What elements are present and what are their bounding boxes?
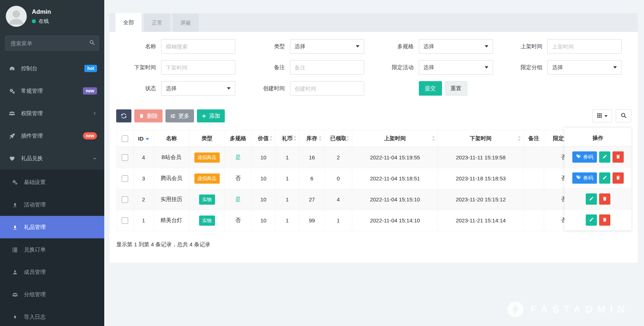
limited-group-select[interactable]: 选择 — [547, 60, 622, 75]
user-info: Admin 在线 — [32, 8, 51, 25]
header-label: 类型 — [202, 135, 212, 141]
coupon-button[interactable]: 券码 — [572, 172, 597, 184]
header-id[interactable]: ID — [134, 130, 154, 147]
select-all-checkbox[interactable] — [122, 135, 128, 142]
caret-down-icon — [485, 45, 488, 47]
user-icon — [11, 269, 19, 275]
row-checkbox[interactable] — [122, 196, 128, 203]
trash-icon — [616, 154, 620, 160]
delete-row-button[interactable] — [613, 151, 624, 163]
header-on-time[interactable]: 上架时间 — [352, 130, 438, 147]
pencil-icon — [589, 217, 594, 223]
delete-row-button[interactable] — [599, 193, 610, 205]
more-button[interactable]: 更多 — [165, 109, 194, 122]
coupon-button[interactable]: 券码 — [572, 151, 597, 163]
header-off-time[interactable]: 下架时间 — [438, 130, 524, 147]
filter-remark: 备注 — [245, 60, 374, 75]
header-label: 多规格 — [230, 135, 246, 141]
delete-button[interactable]: 删除 — [134, 109, 163, 122]
header-stock[interactable]: 库存 — [299, 130, 325, 147]
remark-cell — [524, 210, 544, 231]
row-checkbox[interactable] — [122, 217, 128, 224]
type-badge: 实物 — [199, 216, 215, 226]
filter-label: 下架时间 — [116, 64, 156, 71]
limited-activity-select[interactable]: 选择 — [419, 60, 493, 75]
columns-button[interactable] — [592, 109, 612, 122]
stock-cell: 6 — [299, 168, 325, 189]
header-coin[interactable]: 礼币 — [275, 130, 299, 147]
sidebar-item-gift-manage[interactable]: 礼品管理 — [0, 216, 104, 238]
panel-body: 名称 类型 选择 多规格 选择 上架时间 — [110, 32, 638, 263]
status-select[interactable]: 选择 — [161, 81, 235, 96]
caret-down-icon — [356, 45, 359, 47]
sidebar-item-exchange-orders[interactable]: 兑换订单 — [0, 238, 104, 261]
refresh-button[interactable] — [116, 109, 131, 122]
type-select[interactable]: 选择 — [290, 39, 364, 54]
delete-row-button[interactable] — [613, 172, 624, 184]
row-checkbox[interactable] — [122, 175, 128, 182]
tags-icon — [576, 154, 581, 160]
edit-button[interactable] — [599, 172, 610, 184]
multi-cell: 否 — [225, 210, 252, 231]
sidebar-item-label: 权限管理 — [21, 110, 93, 117]
sliders-icon — [170, 113, 176, 119]
tab-normal[interactable]: 正常 — [144, 14, 170, 32]
delete-row-button[interactable] — [599, 214, 610, 226]
sidebar-item-label: 常规管理 — [21, 88, 83, 95]
filter-empty-cell — [502, 81, 631, 96]
checkbox-cell — [117, 168, 134, 189]
sidebar-item-gift[interactable]: 礼品兑换 — [0, 147, 104, 170]
select-value: 选择 — [552, 64, 563, 71]
id-cell: 3 — [134, 168, 154, 189]
header-label: ID — [138, 135, 144, 142]
sidebar-item-import-log[interactable]: 导入日志 — [0, 306, 104, 326]
edit-button[interactable] — [586, 193, 597, 205]
reset-button[interactable]: 重置 — [445, 81, 467, 96]
header-label: 名称 — [166, 135, 177, 141]
sidebar-item-addon[interactable]: 插件管理 new — [0, 125, 104, 147]
multispec-select[interactable]: 选择 — [419, 39, 493, 54]
sidebar-item-label: 分组管理 — [24, 291, 97, 298]
remark-cell — [524, 168, 544, 189]
tab-all[interactable]: 全部 — [115, 13, 142, 32]
header-value[interactable]: 价值 — [252, 130, 275, 147]
header-label: 已领取 — [330, 135, 346, 141]
sidebar-item-base-config[interactable]: 基础设置 — [0, 171, 104, 193]
checkbox-cell — [117, 189, 134, 210]
row-checkbox[interactable] — [122, 154, 128, 161]
add-button[interactable]: 添加 — [197, 109, 225, 122]
avatar[interactable] — [6, 6, 27, 27]
off-time-cell: 2023-11-11 15:19:58 — [438, 147, 524, 168]
on-time-input[interactable] — [547, 39, 622, 54]
filter-label: 多规格 — [374, 43, 414, 50]
type-badge: 虚拟商品 — [194, 174, 220, 184]
user-status-label: 在线 — [39, 18, 49, 25]
on-time-cell: 2022-11-04 15:14:10 — [352, 210, 438, 231]
sidebar-item-dashboard[interactable]: 控制台 hot — [0, 57, 104, 80]
sidebar-item-label: 基础设置 — [24, 179, 97, 186]
caret-down-icon — [605, 115, 607, 117]
remark-cell — [524, 189, 544, 210]
menu-search-input[interactable] — [5, 35, 99, 51]
filter-off-time: 下架时间 — [116, 60, 245, 75]
header-received[interactable]: 已领取 — [325, 130, 352, 147]
select-value: 选择 — [424, 43, 434, 50]
off-time-input[interactable] — [161, 60, 235, 75]
sidebar-item-general[interactable]: 常规管理 new — [0, 80, 104, 102]
create-time-input[interactable] — [290, 81, 364, 96]
sort-desc-icon — [146, 138, 149, 140]
edit-button[interactable] — [599, 151, 610, 163]
search-icon — [89, 39, 95, 46]
name-input[interactable] — [161, 39, 235, 54]
sidebar-item-members[interactable]: 成员管理 — [0, 261, 104, 283]
sidebar-item-groups[interactable]: 分组管理 — [0, 283, 104, 306]
remark-input[interactable] — [290, 60, 364, 75]
submit-button[interactable]: 提交 — [419, 81, 442, 96]
filter-status: 状态 选择 — [116, 81, 245, 96]
sidebar-item-activity[interactable]: 活动管理 — [0, 193, 104, 216]
tab-blocked[interactable]: 屏蔽 — [173, 14, 199, 32]
edit-button[interactable] — [586, 214, 597, 226]
search-toggle-button[interactable] — [616, 109, 631, 122]
pencil-icon — [602, 175, 607, 181]
sidebar-item-auth[interactable]: 权限管理 — [0, 102, 104, 125]
